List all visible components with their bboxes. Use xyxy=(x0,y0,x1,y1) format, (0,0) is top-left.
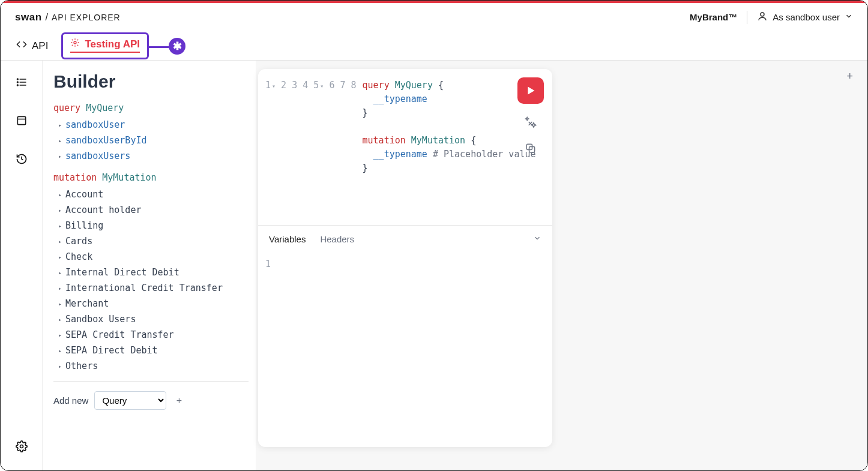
svg-point-10 xyxy=(20,445,23,448)
query-name: MyQuery xyxy=(86,103,124,113)
query-header: query MyQuery xyxy=(53,103,249,113)
mutation-group-item[interactable]: ▸Merchant xyxy=(53,296,249,311)
vars-chevron-icon[interactable] xyxy=(533,234,541,244)
query-field-item[interactable]: ▸sandboxUsers xyxy=(53,148,249,164)
svg-point-5 xyxy=(17,79,18,80)
group-name: Billing xyxy=(65,220,103,231)
group-name: SEPA Credit Transfer xyxy=(65,329,174,340)
tab-api-label: API xyxy=(32,40,48,52)
mutation-group-item[interactable]: ▸SEPA Credit Transfer xyxy=(53,327,249,343)
tab-headers[interactable]: Headers xyxy=(320,234,354,244)
mutation-group-item[interactable]: ▸Internal Direct Debit xyxy=(53,265,249,280)
tab-testing-label: Testing API xyxy=(85,38,140,50)
left-rail xyxy=(1,61,43,470)
tabs-row: API Testing API ✱ xyxy=(1,32,867,61)
mutation-group-item[interactable]: ▸Billing xyxy=(53,218,249,233)
canvas: + 1▾ 2 3 4 5▾ 6 7 8 query MyQuery { __ty… xyxy=(256,61,867,470)
rail-archive-icon[interactable] xyxy=(11,110,32,131)
mutation-group-item[interactable]: ▸International Credit Transfer xyxy=(53,280,249,296)
mutation-group-item[interactable]: ▸Account holder xyxy=(53,202,249,218)
variables-header: Variables Headers xyxy=(258,225,552,253)
field-name: sandboxUserById xyxy=(65,135,146,146)
mutation-header: mutation MyMutation xyxy=(53,172,249,183)
caret-icon: ▸ xyxy=(58,137,62,144)
rail-settings-icon[interactable] xyxy=(11,436,32,457)
svg-rect-8 xyxy=(17,116,25,124)
user-mode-selector[interactable]: As sandbox user xyxy=(757,11,853,23)
query-field-item[interactable]: ▸sandboxUser xyxy=(53,117,249,133)
canvas-add-button[interactable]: + xyxy=(846,70,853,83)
editor-card: 1▾ 2 3 4 5▾ 6 7 8 query MyQuery { __type… xyxy=(258,69,552,447)
caret-icon: ▸ xyxy=(58,191,62,198)
code-icon xyxy=(16,39,27,53)
builder-title: Builder xyxy=(53,71,249,92)
tab-variables[interactable]: Variables xyxy=(269,234,306,244)
caret-icon: ▸ xyxy=(58,238,62,245)
variables-editor[interactable]: 1 xyxy=(258,253,552,447)
mutation-keyword: mutation xyxy=(53,172,97,183)
mutation-group-item[interactable]: ▸Others xyxy=(53,358,249,374)
group-name: Account holder xyxy=(65,205,141,215)
group-name: SEPA Direct Debit xyxy=(65,345,158,356)
caret-icon: ▸ xyxy=(58,207,62,214)
logo-block: swan / API EXPLORER xyxy=(15,11,121,23)
svg-point-7 xyxy=(17,85,18,86)
field-name: sandboxUsers xyxy=(65,151,130,161)
user-mode-label: As sandbox user xyxy=(773,12,840,22)
group-name: Internal Direct Debit xyxy=(65,267,179,278)
caret-icon: ▸ xyxy=(58,301,62,307)
caret-icon: ▸ xyxy=(58,316,62,323)
group-name: International Credit Transfer xyxy=(65,283,223,293)
caret-icon: ▸ xyxy=(58,254,62,260)
add-new-label: Add new xyxy=(53,395,88,406)
divider xyxy=(747,11,747,24)
prettify-icon[interactable] xyxy=(522,113,539,130)
svg-point-6 xyxy=(17,82,18,83)
code-content: query MyQuery { __typename } mutation My… xyxy=(363,79,536,215)
add-new-plus[interactable]: + xyxy=(172,394,185,407)
callout-line xyxy=(147,46,169,48)
caret-icon: ▸ xyxy=(58,347,62,354)
group-name: Sandbox Users xyxy=(65,314,136,325)
caret-icon: ▸ xyxy=(58,153,62,160)
tab-api[interactable]: API xyxy=(14,34,50,58)
tab-testing-api[interactable]: Testing API xyxy=(70,38,140,53)
caret-icon: ▸ xyxy=(58,269,62,276)
run-button[interactable] xyxy=(517,77,544,104)
group-name: Others xyxy=(65,361,98,371)
group-name: Cards xyxy=(65,236,92,247)
group-name: Account xyxy=(65,189,103,200)
mutation-group-item[interactable]: ▸Check xyxy=(53,249,249,265)
caret-icon: ▸ xyxy=(58,363,62,370)
add-new-row: Add new Query + xyxy=(53,381,249,419)
rail-builder-icon[interactable] xyxy=(11,71,32,93)
group-name: Merchant xyxy=(65,298,109,309)
caret-icon: ▸ xyxy=(58,285,62,292)
vars-gutter: 1 xyxy=(265,259,278,441)
mutation-group-item[interactable]: ▸SEPA Direct Debit xyxy=(53,343,249,358)
tab-testing-highlight: Testing API ✱ xyxy=(61,32,149,59)
rail-history-icon[interactable] xyxy=(11,148,32,170)
logo-separator: / xyxy=(46,12,48,23)
caret-icon: ▸ xyxy=(58,223,62,229)
chevron-down-icon xyxy=(845,12,853,22)
mutation-name: MyMutation xyxy=(102,172,156,183)
field-name: sandboxUser xyxy=(65,119,125,130)
gear-icon xyxy=(70,38,80,50)
mutation-group-item[interactable]: ▸Cards xyxy=(53,233,249,249)
brand-name: MyBrand™ xyxy=(690,12,737,22)
group-name: Check xyxy=(65,251,92,262)
mutation-group-item[interactable]: ▸Account xyxy=(53,187,249,202)
svg-point-1 xyxy=(74,41,76,44)
builder-panel: Builder query MyQuery ▸sandboxUser▸sandb… xyxy=(43,61,256,470)
query-field-item[interactable]: ▸sandboxUserById xyxy=(53,133,249,148)
callout-marker: ✱ xyxy=(169,38,185,55)
code-editor[interactable]: 1▾ 2 3 4 5▾ 6 7 8 query MyQuery { __type… xyxy=(258,69,552,225)
caret-icon: ▸ xyxy=(58,332,62,338)
mutation-group-item[interactable]: ▸Sandbox Users xyxy=(53,311,249,327)
svg-point-0 xyxy=(761,13,764,16)
app-subtitle: API EXPLORER xyxy=(52,13,121,22)
add-new-select[interactable]: Query xyxy=(94,391,166,410)
copy-icon[interactable] xyxy=(522,140,539,157)
line-gutter: 1▾ 2 3 4 5▾ 6 7 8 xyxy=(265,79,363,215)
